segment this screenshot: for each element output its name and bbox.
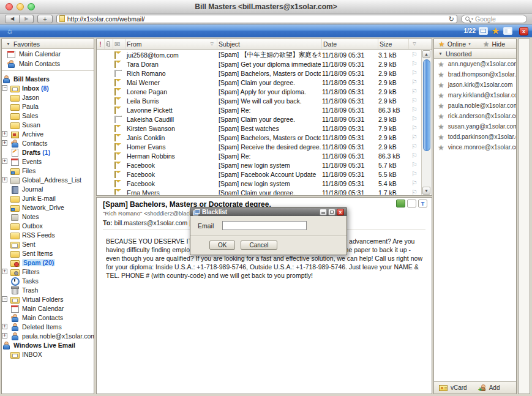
flag-icon[interactable]: ⚐ <box>408 51 421 59</box>
folder-item[interactable]: Outbox <box>2 221 94 230</box>
contact-item[interactable]: ★ ann.nguyen@x1solar.com <box>434 59 516 69</box>
column-priority[interactable]: ! <box>97 39 104 49</box>
flag-icon[interactable]: ⚐ <box>408 170 421 178</box>
flag-icon[interactable]: ⚐ <box>408 78 421 86</box>
online-caret-icon[interactable]: ▾ <box>468 42 471 47</box>
folder-item[interactable]: Drafts (1) <box>2 148 94 157</box>
flag-icon[interactable]: ⚐ <box>408 115 421 123</box>
scrollbar-thumb[interactable] <box>423 59 430 151</box>
vcard-button[interactable]: vCard <box>451 384 467 391</box>
folder-item[interactable]: Journal <box>2 184 94 193</box>
folder-item[interactable]: Virtual Folders <box>2 294 94 304</box>
message-row[interactable]: Lakeisha Caudill [Spam] Claim your degre… <box>97 114 421 124</box>
search-options-caret-icon[interactable]: ▾ <box>471 17 473 21</box>
folder-item[interactable]: INBOX <box>2 349 94 359</box>
unsorted-group-header[interactable]: ▼ Unsorted <box>434 49 516 59</box>
folder-item[interactable]: Network_Drive <box>2 203 94 212</box>
folder-item[interactable]: Main Contacts <box>2 313 94 322</box>
folder-item[interactable]: Jason <box>2 92 94 102</box>
folder-item[interactable]: Sent Items <box>2 248 94 258</box>
contact-item[interactable]: ★ rick.anderson@x1solar.com <box>434 111 516 121</box>
forward-button[interactable]: ▶ <box>20 15 34 23</box>
flag-icon[interactable]: ⚐ <box>408 152 421 160</box>
message-row[interactable]: Janis Conklin [Spam] Bachelors, Masters … <box>97 133 421 142</box>
folder-item[interactable]: Archive <box>2 129 94 138</box>
column-attachment[interactable] <box>104 39 113 49</box>
folder-item[interactable]: Inbox (8) <box>2 83 94 92</box>
column-subject[interactable]: Subject <box>217 39 321 49</box>
cancel-button[interactable]: Cancel <box>241 241 277 250</box>
hide-button[interactable]: ★ Hide <box>483 40 505 48</box>
folder-item[interactable]: Trash <box>2 285 94 294</box>
column-flag[interactable]: ▽ <box>408 39 422 49</box>
url-text[interactable]: http://x1solar.com/webmail/ <box>67 15 145 23</box>
scroll-down-arrow[interactable]: ▼ <box>422 187 430 195</box>
tree-expander[interactable] <box>2 269 7 274</box>
contact-item[interactable]: ★ paula.noble@x1solar.com <box>434 100 516 111</box>
ok-button[interactable]: OK <box>209 241 235 250</box>
email-field[interactable] <box>222 221 307 230</box>
flag-icon[interactable]: ⚐ <box>408 88 421 95</box>
flag-icon[interactable]: ⚐ <box>408 69 421 77</box>
folder-item[interactable]: Events <box>2 157 94 166</box>
dialog-titlebar[interactable]: Blacklist x <box>190 207 347 216</box>
dialog-maximize-button[interactable] <box>328 209 335 215</box>
folder-item[interactable]: Windows Live Email <box>2 340 94 349</box>
message-row[interactable]: Facebook [Spam] new login system 11/18/0… <box>97 160 421 170</box>
flag-icon[interactable]: ⚐ <box>408 106 421 114</box>
tree-expander[interactable] <box>2 177 7 182</box>
recipient-address[interactable]: bill.masters@x1solar.com [+] <box>114 219 197 226</box>
folder-item[interactable]: paula.noble@x1solar.com <box>2 331 94 340</box>
folder-item[interactable]: Sent <box>2 239 94 248</box>
folder-item[interactable]: Bill Masters <box>2 74 94 83</box>
layout-panel-icon[interactable] <box>503 27 512 35</box>
column-date[interactable]: Date <box>321 39 378 49</box>
add-contact-button[interactable]: Add <box>479 384 500 392</box>
plain-view-icon[interactable] <box>407 200 416 207</box>
folder-item[interactable]: Sales <box>2 111 94 120</box>
url-field[interactable]: http://x1solar.com/webmail/ ↻ <box>56 15 457 23</box>
folder-item[interactable]: Contacts <box>2 138 94 148</box>
folder-item[interactable]: Tasks <box>2 276 94 285</box>
new-tab-button[interactable]: + <box>37 15 52 23</box>
flag-icon[interactable]: ⚐ <box>408 97 421 105</box>
html-view-icon[interactable] <box>396 200 405 207</box>
message-row[interactable]: Lorene Pagan [Spam] Apply for your diplo… <box>97 87 421 96</box>
dialog-minimize-button[interactable] <box>320 209 327 215</box>
favorites-star-icon[interactable]: ★ <box>491 27 500 35</box>
folder-item[interactable]: Notes <box>2 212 94 221</box>
favorites-header[interactable]: ▼ Favorites <box>2 39 94 49</box>
message-row[interactable]: Kirsten Swanson [Spam] Best watches 11/1… <box>97 124 421 133</box>
folder-item[interactable]: Main Calendar <box>2 304 94 313</box>
folder-item[interactable]: Filters <box>2 267 94 276</box>
folder-item[interactable]: Global_Address_List <box>2 175 94 184</box>
online-filter[interactable]: Online <box>448 40 466 48</box>
zoom-window-button[interactable] <box>28 3 35 10</box>
message-row[interactable]: Mai Werner [Spam] Claim your degree. 11/… <box>97 78 421 87</box>
message-row[interactable]: jui2568@tom.com [Spam] 【中年主婦の欲望】家庭を壊さずに一… <box>97 50 421 59</box>
flag-icon[interactable]: ⚐ <box>408 161 421 169</box>
column-from[interactable]: From▽ <box>125 39 217 49</box>
reload-icon[interactable]: ↻ <box>449 16 454 22</box>
flag-icon[interactable]: ⚐ <box>408 189 421 195</box>
minimize-window-button[interactable] <box>17 3 24 10</box>
flag-icon[interactable]: ⚐ <box>408 60 421 68</box>
tree-expander[interactable] <box>2 333 7 338</box>
folder-item[interactable]: Files <box>2 166 94 175</box>
folder-item[interactable]: Paula <box>2 102 94 111</box>
contact-item[interactable]: ★ jason.kirk@x1solar.com <box>434 80 516 90</box>
close-toolbar-button[interactable]: x <box>519 27 528 35</box>
favorite-item[interactable]: Main Calendar <box>2 49 94 59</box>
favorite-item[interactable]: Main Contacts <box>2 59 94 69</box>
message-list-scrollbar[interactable]: ▲ ▼ <box>421 50 431 195</box>
message-row[interactable]: Lavonne Pickett [Spam] Re: 11/18/09 05:3… <box>97 105 421 114</box>
scroll-up-arrow[interactable]: ▲ <box>422 50 430 58</box>
flag-icon[interactable]: ⚐ <box>408 179 421 187</box>
folder-item[interactable]: Susan <box>2 120 94 129</box>
text-view-icon[interactable]: T <box>418 200 427 207</box>
contact-item[interactable]: ★ brad.thompson@x1solar.com <box>434 69 516 80</box>
tree-expander[interactable] <box>2 324 7 329</box>
close-window-button[interactable] <box>6 3 13 10</box>
flag-icon[interactable]: ⚐ <box>408 143 421 151</box>
folder-item[interactable]: RSS Feeds <box>2 230 94 239</box>
